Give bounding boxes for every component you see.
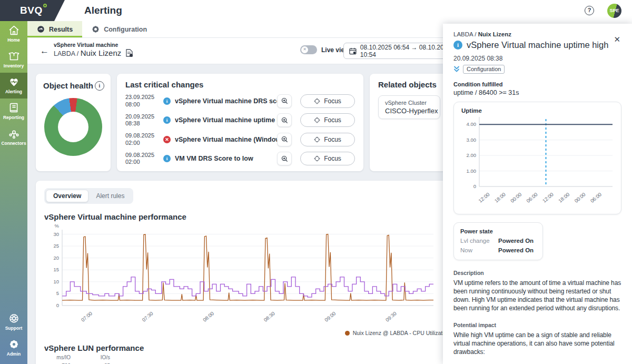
toggle-x-icon: ✕ xyxy=(301,46,308,53)
magnifier-button[interactable] xyxy=(277,94,292,108)
sidebar-item-support[interactable]: Support xyxy=(0,309,27,335)
tab-overview[interactable]: Overview xyxy=(46,190,88,202)
svg-text:07:00: 07:00 xyxy=(80,310,93,323)
object-health-card: Object health i xyxy=(36,74,111,171)
sidebar-item-admin[interactable]: Admin xyxy=(0,335,27,364)
svg-text:1.00: 1.00 xyxy=(467,168,477,174)
live-view-control: ✕ Live view xyxy=(300,45,349,54)
sidebar-item-inventory[interactable]: Inventory xyxy=(0,47,27,73)
sidebar-item-alerting[interactable]: Alerting xyxy=(0,73,27,99)
document-info-icon[interactable] xyxy=(126,49,133,57)
object-health-donut-chart[interactable] xyxy=(44,98,102,156)
uptime-chart-card: Uptime 01.002.003.004.0012:0018:0000:000… xyxy=(453,102,621,214)
description-text: VM uptime refers to the amount of time a… xyxy=(453,279,621,312)
svg-text:12:00: 12:00 xyxy=(541,191,555,204)
gear-icon xyxy=(92,25,100,33)
related-object-chip[interactable]: vSphere Cluster CISCO-Hyperflex xyxy=(378,95,440,119)
back-arrow-icon[interactable]: ← xyxy=(40,46,49,56)
focus-button[interactable]: Focus xyxy=(300,113,355,127)
info-icon[interactable]: i xyxy=(95,81,104,91)
svg-text:00:00: 00:00 xyxy=(573,191,586,204)
target-icon xyxy=(314,155,320,162)
change-row: 09.08.202502:00 i VM VM DRS Score to low… xyxy=(125,152,355,166)
legend-item-cpu[interactable]: Nuix Lizenz @ LABDA - CPU Utilization % xyxy=(345,330,457,336)
change-row: 20.09.202508:38 i vSphere Virtual machin… xyxy=(125,113,355,128)
last-critical-changes-card: Last critical changes 23.09.202508:00 i … xyxy=(117,74,363,171)
svg-text:06:00: 06:00 xyxy=(525,191,538,204)
alert-timestamp: 20.09.2025 08:38 xyxy=(453,55,621,62)
cpu-legend-dot xyxy=(345,331,350,336)
page-title: Alerting xyxy=(84,5,122,16)
uptime-chart-title: Uptime xyxy=(461,107,619,114)
object-type: vSphere Virtual machine xyxy=(54,42,118,48)
condition-value: uptime / 86400 >= 31s xyxy=(453,89,621,96)
reporting-icon xyxy=(8,102,19,113)
configuration-chip[interactable]: Configuration xyxy=(463,65,505,74)
alerting-icon xyxy=(8,76,19,87)
error-icon: ✕ xyxy=(163,136,171,143)
sidebar: Home Inventory Alerting Reporting Connec… xyxy=(0,21,27,364)
info-icon: i xyxy=(453,41,462,50)
object-name: Nuix Lizenz xyxy=(81,48,122,57)
svg-text:06:00: 06:00 xyxy=(589,191,603,204)
sidebar-item-home[interactable]: Home xyxy=(0,21,27,47)
tab-configuration[interactable]: Configuration xyxy=(82,21,156,37)
tab-alert-rules[interactable]: Alert rules xyxy=(88,190,132,202)
svg-text:0: 0 xyxy=(56,302,59,308)
gauge-icon xyxy=(37,25,45,33)
svg-text:2.00: 2.00 xyxy=(467,152,477,158)
info-icon: i xyxy=(163,97,171,105)
power-state-row: Lvl change Powered On xyxy=(460,238,536,244)
panel-title-row: i vSphere Virtual machine uptime high xyxy=(453,40,621,50)
power-state-title: Power state xyxy=(460,228,536,234)
svg-text:08:00: 08:00 xyxy=(202,310,215,323)
focus-button[interactable]: Focus xyxy=(300,133,355,146)
double-chevron-down-icon[interactable] xyxy=(453,66,460,73)
magnifier-button[interactable] xyxy=(277,113,292,127)
target-icon xyxy=(314,98,320,104)
object-health-title: Object health xyxy=(43,81,103,90)
change-row: 09.08.202502:00 ✕ vSphere Virtual machin… xyxy=(125,132,355,147)
svg-text:18:00: 18:00 xyxy=(493,191,507,204)
bvq-logo-text: BVQ xyxy=(20,5,47,16)
object-name-row: LABDA / Nuix Lizenz xyxy=(54,48,133,57)
svg-text:09:00: 09:00 xyxy=(323,310,337,323)
vm-performance-chart: 051015202530%07:0007:3008:0008:3009:0009… xyxy=(44,223,437,327)
sidebar-item-connectors[interactable]: Connectors xyxy=(0,124,27,150)
uptime-chart: 01.002.003.004.0012:0018:0000:0006:0012:… xyxy=(458,114,618,208)
sidebar-spacer xyxy=(0,150,27,309)
magnifier-button[interactable] xyxy=(277,133,292,146)
svg-text:10: 10 xyxy=(53,279,59,284)
condition-heading: Condition fulfilled xyxy=(453,81,621,87)
svg-text:15: 15 xyxy=(53,267,59,272)
top-bar: BVQ Alerting ? SPE xyxy=(0,0,632,21)
power-state-row: Now Powered On xyxy=(460,247,536,253)
svg-text:00:00: 00:00 xyxy=(509,191,522,204)
home-icon xyxy=(8,25,19,36)
close-icon[interactable]: ✕ xyxy=(614,35,620,43)
svg-text:0: 0 xyxy=(473,183,476,189)
logo-dot-icon xyxy=(43,4,47,7)
donut-hole xyxy=(58,112,88,142)
focus-button[interactable]: Focus xyxy=(300,94,355,108)
overview-tab-group: Overview Alert rules xyxy=(44,188,133,204)
svg-text:25: 25 xyxy=(53,243,59,249)
info-icon: i xyxy=(163,116,171,124)
avatar[interactable]: SPE xyxy=(607,4,621,18)
svg-text:30: 30 xyxy=(53,231,59,237)
magnifier-button[interactable] xyxy=(277,152,292,165)
calendar-icon xyxy=(349,47,357,55)
admin-gear-icon xyxy=(8,339,19,350)
change-row: 23.09.202508:00 i vSphere Virtual machin… xyxy=(125,94,355,109)
focus-button[interactable]: Focus xyxy=(300,152,355,165)
svg-text:%: % xyxy=(55,223,60,229)
help-icon[interactable]: ? xyxy=(585,6,594,15)
support-icon xyxy=(8,313,19,324)
svg-text:09:30: 09:30 xyxy=(384,310,398,323)
power-state-card: Power state Lvl change Powered On Now Po… xyxy=(453,222,543,260)
last-critical-changes-title: Last critical changes xyxy=(125,80,355,89)
live-view-toggle[interactable]: ✕ xyxy=(300,45,317,54)
tab-results[interactable]: Results xyxy=(27,21,82,37)
sidebar-item-reporting[interactable]: Reporting xyxy=(0,99,27,124)
svg-text:07:30: 07:30 xyxy=(141,310,154,323)
